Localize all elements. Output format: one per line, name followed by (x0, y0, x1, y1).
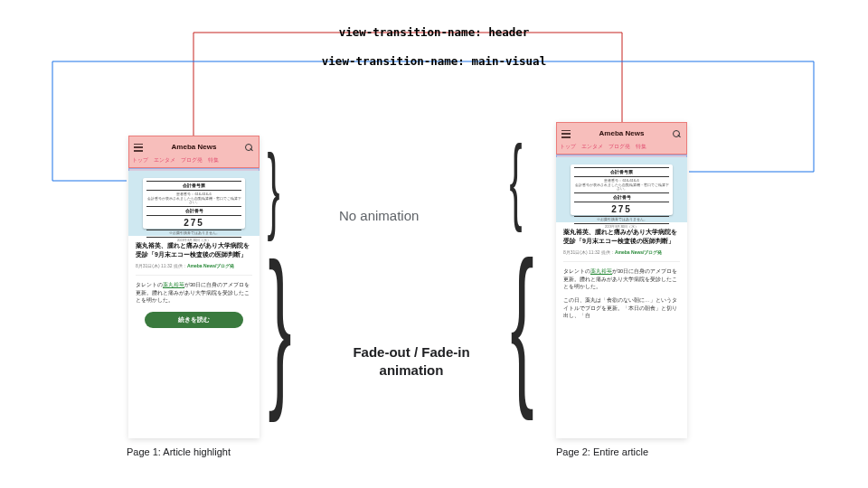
article-meta: 8月31日(木) 11:32 提供：Ameba News/ブログ発 (136, 263, 252, 269)
brand-logo: Ameba News (172, 143, 217, 152)
nav-tabs[interactable]: トップ エンタメ ブログ発 特集 (128, 157, 259, 167)
article-body: 薬丸裕英、腫れと痛みがあり大学病院を受診「9月末エコー検査後の医師判断」 8月3… (128, 236, 259, 333)
fade-animation-label: Fade-out / Fade-in animation (330, 343, 493, 380)
article-paragraph: タレントの薬丸裕英が30日に自身のアメブロを更新。腫れと痛みがあり大学病院を受診… (563, 267, 680, 291)
inline-link[interactable]: 薬丸裕英 (590, 268, 612, 274)
phone-page2: Ameba News トップ エンタメ ブログ発 特集 会計番号票 患者番号：6… (556, 122, 687, 438)
inline-link[interactable]: 薬丸裕英 (163, 282, 184, 287)
tab-item[interactable]: エンタメ (154, 157, 175, 164)
brace-left-bottom: } (269, 237, 292, 413)
hamburger-icon[interactable] (561, 130, 571, 138)
tab-item[interactable]: ブログ発 (181, 157, 203, 164)
tab-item[interactable]: エンタメ (581, 144, 603, 151)
tab-item[interactable]: 特集 (636, 144, 646, 151)
article-meta: 8月31日(木) 11:32 提供：Ameba News/ブログ発 (563, 249, 680, 256)
annotation-column: } } { { No animation Fade-out / Fade-in … (267, 136, 502, 443)
phone-header: Ameba News トップ エンタメ ブログ発 特集 (556, 122, 687, 157)
main-visual: 会計番号票 患者番号：616-616-6 会計番号が表示されましたら自動精算機・… (556, 157, 687, 222)
tab-item[interactable]: トップ (132, 157, 148, 164)
tab-item[interactable]: ブログ発 (609, 144, 630, 151)
brace-left-top: } (268, 141, 280, 236)
brace-right-bottom: { (511, 235, 534, 411)
caption-page1: Page 1: Article highlight (127, 446, 231, 457)
tab-item[interactable]: 特集 (208, 157, 219, 164)
article-headline: 薬丸裕英、腫れと痛みがあり大学病院を受診「9月末エコー検査後の医師判断」 (563, 228, 680, 246)
caption-page2: Page 2: Entire article (556, 446, 648, 457)
ticket-image: 会計番号票 患者番号：616-616-6 会計番号が表示されましたら自動精算機・… (571, 164, 673, 215)
ticket-image: 会計番号票 患者番号：616-616-6 会計番号が表示されましたら自動精算機・… (143, 178, 245, 229)
read-more-button[interactable]: 続きを読む (145, 312, 244, 328)
label-view-transition-main-visual: view-transition-name: main-visual (322, 54, 546, 68)
article-headline: 薬丸裕英、腫れと痛みがあり大学病院を受診「9月末エコー検査後の医師判断」 (136, 241, 252, 259)
main-visual: 会計番号票 患者番号：616-616-6 会計番号が表示されましたら自動精算機・… (128, 171, 259, 236)
article-paragraph: タレントの薬丸裕英が30日に自身のアメブロを更新。腫れと痛みがあり大学病院を受診… (136, 281, 252, 305)
label-view-transition-header: view-transition-name: header (339, 25, 530, 39)
no-animation-label: No animation (339, 208, 419, 223)
article-body: 薬丸裕英、腫れと痛みがあり大学病院を受診「9月末エコー検査後の医師判断」 8月3… (556, 222, 687, 325)
nav-tabs[interactable]: トップ エンタメ ブログ発 特集 (556, 144, 687, 154)
phone-page1: Ameba News トップ エンタメ ブログ発 特集 会計番号票 患者番号：6… (128, 136, 259, 438)
brace-right-top: { (510, 132, 523, 227)
brand-logo: Ameba News (599, 129, 645, 138)
phone-header: Ameba News トップ エンタメ ブログ発 特集 (128, 136, 259, 171)
search-icon[interactable] (673, 130, 682, 138)
hamburger-icon[interactable] (134, 144, 143, 152)
search-icon[interactable] (245, 144, 254, 152)
tab-item[interactable]: トップ (560, 144, 576, 151)
article-paragraph: この日、薬丸は「食欲のない朝に…」というタイトルでブログを更新。「本日の朝食」と… (563, 296, 680, 320)
